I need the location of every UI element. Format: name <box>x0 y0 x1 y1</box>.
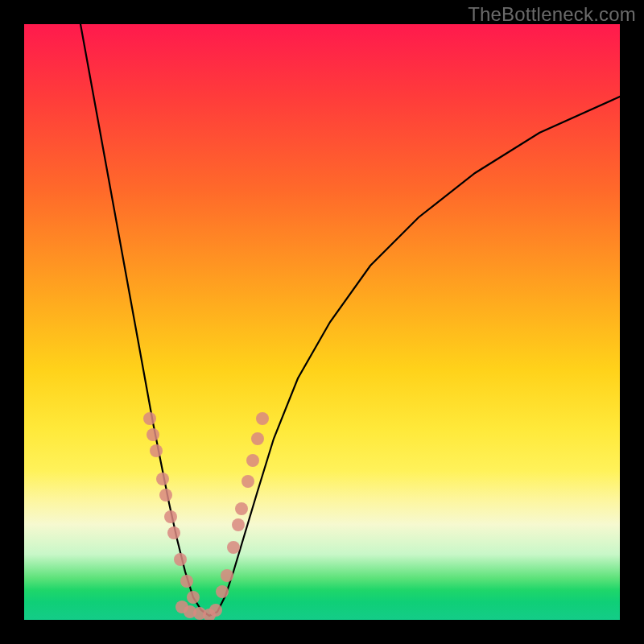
watermark-text: TheBottleneck.com <box>468 3 636 26</box>
outer-frame: TheBottleneck.com <box>0 0 644 644</box>
plot-gradient-area <box>24 24 620 620</box>
